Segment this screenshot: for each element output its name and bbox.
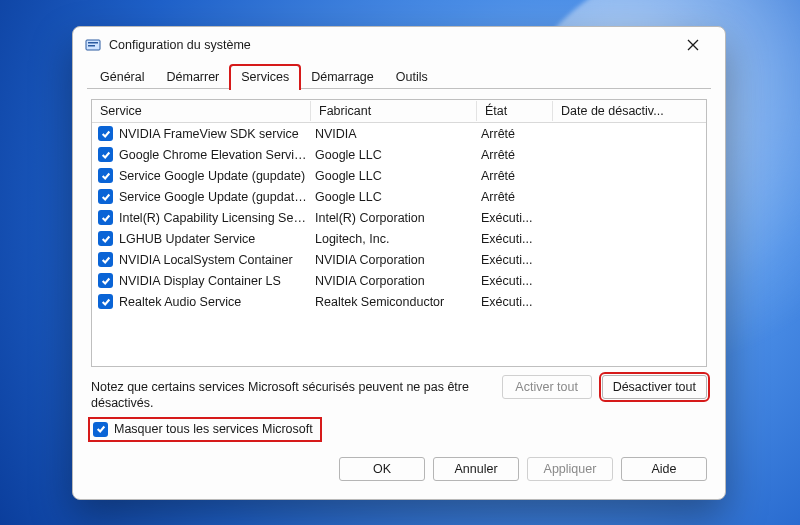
service-name-cell: Google Chrome Elevation Servic... <box>119 148 315 162</box>
service-state-cell: Exécuti... <box>481 232 557 246</box>
button-label: Annuler <box>454 462 497 476</box>
service-vendor-cell: NVIDIA <box>315 127 481 141</box>
button-label: Activer tout <box>515 380 578 394</box>
service-row[interactable]: Realtek Audio ServiceRealtek Semiconduct… <box>92 291 706 312</box>
disable-all-button[interactable]: Désactiver tout <box>602 375 707 399</box>
column-header-etat[interactable]: État <box>477 101 553 121</box>
column-label: État <box>485 104 507 118</box>
service-name-cell: NVIDIA Display Container LS <box>119 274 315 288</box>
note-and-bulk-buttons: Notez que certains services Microsoft sé… <box>91 375 707 412</box>
checkbox-checked-icon[interactable] <box>98 126 113 141</box>
service-name-cell: Service Google Update (gupdate) <box>119 169 315 183</box>
service-row[interactable]: Google Chrome Elevation Servic...Google … <box>92 144 706 165</box>
enable-all-button[interactable]: Activer tout <box>502 375 592 399</box>
button-label: Désactiver tout <box>613 380 696 394</box>
help-button[interactable]: Aide <box>621 457 707 481</box>
service-row[interactable]: NVIDIA FrameView SDK serviceNVIDIAArrêté <box>92 123 706 144</box>
column-header-fabricant[interactable]: Fabricant <box>311 101 477 121</box>
apply-button[interactable]: Appliquer <box>527 457 613 481</box>
window-title: Configuration du système <box>109 38 671 52</box>
services-listview[interactable]: Service Fabricant État Date de désactiv.… <box>91 99 707 367</box>
service-row[interactable]: Intel(R) Capability Licensing Ser...Inte… <box>92 207 706 228</box>
service-state-cell: Exécuti... <box>481 253 557 267</box>
checkbox-checked-icon <box>93 422 108 437</box>
tab-label: Démarrage <box>311 70 374 84</box>
tab-label: Démarrer <box>166 70 219 84</box>
service-vendor-cell: Realtek Semiconductor <box>315 295 481 309</box>
column-header-date[interactable]: Date de désactiv... <box>553 101 683 121</box>
service-name-cell: Intel(R) Capability Licensing Ser... <box>119 211 315 225</box>
system-config-icon <box>85 37 101 53</box>
tab-content: Service Fabricant État Date de désactiv.… <box>73 89 725 499</box>
service-vendor-cell: Logitech, Inc. <box>315 232 481 246</box>
cancel-button[interactable]: Annuler <box>433 457 519 481</box>
listview-header: Service Fabricant État Date de désactiv.… <box>92 100 706 123</box>
button-label: OK <box>373 462 391 476</box>
service-state-cell: Exécuti... <box>481 274 557 288</box>
service-state-cell: Exécuti... <box>481 211 557 225</box>
service-row[interactable]: LGHUB Updater ServiceLogitech, Inc.Exécu… <box>92 228 706 249</box>
service-vendor-cell: NVIDIA Corporation <box>315 253 481 267</box>
titlebar: Configuration du système <box>73 27 725 63</box>
button-label: Appliquer <box>544 462 597 476</box>
service-name-cell: LGHUB Updater Service <box>119 232 315 246</box>
service-vendor-cell: Google LLC <box>315 148 481 162</box>
service-name-cell: Realtek Audio Service <box>119 295 315 309</box>
service-state-cell: Exécuti... <box>481 295 557 309</box>
listview-rows: NVIDIA FrameView SDK serviceNVIDIAArrêté… <box>92 123 706 312</box>
hide-microsoft-checkbox-row[interactable]: Masquer tous les services Microsoft <box>91 420 319 439</box>
hide-microsoft-label: Masquer tous les services Microsoft <box>114 422 313 436</box>
service-row[interactable]: Service Google Update (gupdate...Google … <box>92 186 706 207</box>
checkbox-checked-icon[interactable] <box>98 231 113 246</box>
msconfig-window: Configuration du système Général Démarre… <box>72 26 726 500</box>
column-label: Fabricant <box>319 104 371 118</box>
checkbox-checked-icon[interactable] <box>98 168 113 183</box>
tab-label: Général <box>100 70 144 84</box>
desktop-background: Configuration du système Général Démarre… <box>0 0 800 525</box>
service-vendor-cell: Intel(R) Corporation <box>315 211 481 225</box>
checkbox-checked-icon[interactable] <box>98 147 113 162</box>
service-state-cell: Arrêté <box>481 190 557 204</box>
service-row[interactable]: Service Google Update (gupdate)Google LL… <box>92 165 706 186</box>
ok-button[interactable]: OK <box>339 457 425 481</box>
service-name-cell: NVIDIA LocalSystem Container <box>119 253 315 267</box>
svg-rect-2 <box>88 45 95 47</box>
column-header-service[interactable]: Service <box>92 101 311 121</box>
checkbox-checked-icon[interactable] <box>98 210 113 225</box>
checkbox-checked-icon[interactable] <box>98 189 113 204</box>
column-label: Service <box>100 104 142 118</box>
tab-outils[interactable]: Outils <box>385 65 439 89</box>
column-label: Date de désactiv... <box>561 104 664 118</box>
tab-services[interactable]: Services <box>230 65 300 89</box>
tab-demarrer[interactable]: Démarrer <box>155 65 230 89</box>
security-note: Notez que certains services Microsoft sé… <box>91 375 492 412</box>
tab-strip: Général Démarrer Services Démarrage Outi… <box>73 63 725 89</box>
button-label: Aide <box>651 462 676 476</box>
checkbox-checked-icon[interactable] <box>98 294 113 309</box>
svg-rect-1 <box>88 42 98 44</box>
service-vendor-cell: NVIDIA Corporation <box>315 274 481 288</box>
tab-demarrage[interactable]: Démarrage <box>300 65 385 89</box>
tab-general[interactable]: Général <box>89 65 155 89</box>
service-state-cell: Arrêté <box>481 148 557 162</box>
checkbox-checked-icon[interactable] <box>98 252 113 267</box>
checkbox-checked-icon[interactable] <box>98 273 113 288</box>
service-vendor-cell: Google LLC <box>315 169 481 183</box>
close-button[interactable] <box>671 30 715 60</box>
service-name-cell: Service Google Update (gupdate... <box>119 190 315 204</box>
service-state-cell: Arrêté <box>481 169 557 183</box>
tab-label: Services <box>241 70 289 84</box>
service-row[interactable]: NVIDIA LocalSystem ContainerNVIDIA Corpo… <box>92 249 706 270</box>
tab-label: Outils <box>396 70 428 84</box>
service-row[interactable]: NVIDIA Display Container LSNVIDIA Corpor… <box>92 270 706 291</box>
service-name-cell: NVIDIA FrameView SDK service <box>119 127 315 141</box>
service-state-cell: Arrêté <box>481 127 557 141</box>
dialog-footer-buttons: OK Annuler Appliquer Aide <box>91 457 707 481</box>
service-vendor-cell: Google LLC <box>315 190 481 204</box>
